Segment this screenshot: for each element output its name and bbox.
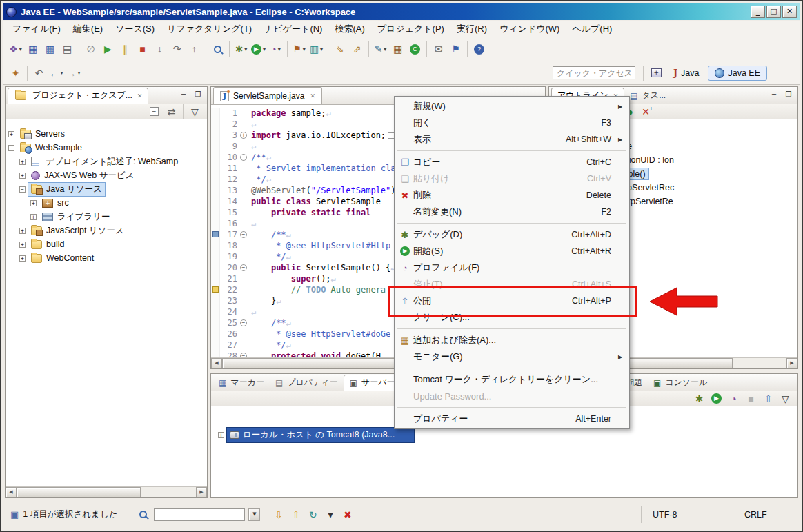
- menu-item[interactable]: ソース(S): [109, 21, 161, 37]
- expand-icon[interactable]: +: [19, 159, 26, 165]
- tab-console[interactable]: ▣コンソール: [648, 375, 713, 391]
- link-editor-icon[interactable]: ⇄: [163, 104, 179, 120]
- scroll-right-icon[interactable]: ▶: [196, 487, 207, 497]
- server-item-tomcat8[interactable]: + ローカル・ホスト の Tomcat8 (Java8...: [218, 428, 797, 442]
- new-servlet-icon[interactable]: ✎▾: [373, 41, 388, 57]
- menu-item[interactable]: リファクタリング(T): [161, 21, 258, 37]
- import-icon[interactable]: ⇘: [332, 41, 348, 57]
- start-server-icon[interactable]: ▶: [708, 391, 724, 407]
- expand-icon[interactable]: +: [218, 432, 224, 438]
- remove-icon[interactable]: ✖: [339, 506, 355, 523]
- tree-item[interactable]: +JAX-WS Web サービス: [6, 168, 207, 182]
- fold-collapse-icon[interactable]: −: [240, 353, 247, 357]
- context-menu-item[interactable]: ◔プロファイル(F): [395, 259, 628, 276]
- export-icon[interactable]: ⇗: [349, 41, 365, 57]
- save-icon[interactable]: ▦: [25, 41, 41, 57]
- menu-item[interactable]: ウィンドウ(W): [493, 21, 566, 37]
- view-menu-icon[interactable]: ▽: [187, 104, 203, 120]
- tab-servers[interactable]: ▣サーバー: [344, 375, 402, 391]
- scroll-left-icon[interactable]: ◀: [6, 487, 17, 497]
- tree-item[interactable]: +src: [6, 196, 207, 210]
- tree-item[interactable]: +build: [6, 237, 207, 251]
- help-icon[interactable]: ?: [471, 41, 487, 57]
- tab-servletsample-java[interactable]: J ServletSample.java ✕: [213, 87, 322, 104]
- tree-item[interactable]: +Servers: [6, 127, 207, 141]
- collapse-icon[interactable]: −: [8, 145, 14, 151]
- close-tab-icon[interactable]: ✕: [310, 92, 315, 99]
- data-source-icon[interactable]: ▥▾: [308, 41, 324, 57]
- next-annotation-icon[interactable]: ⇩: [270, 506, 286, 523]
- debug-icon[interactable]: ✱▾: [233, 41, 249, 57]
- tree-item[interactable]: −WebSample: [6, 141, 207, 155]
- fold-collapse-icon[interactable]: −: [240, 264, 247, 271]
- step-return-icon[interactable]: ↑: [186, 41, 202, 57]
- context-menu-item[interactable]: ✱デバッグ(D)Ctrl+Alt+D: [395, 226, 628, 243]
- hide-local-types-icon[interactable]: ✕L: [640, 104, 655, 120]
- context-menu-item[interactable]: 名前変更(N)F2: [395, 204, 628, 220]
- view-menu-icon[interactable]: ▽: [777, 391, 793, 407]
- fold-collapse-icon[interactable]: −: [240, 154, 247, 161]
- menu-item[interactable]: プロジェクト(P): [371, 21, 450, 37]
- terminate-icon[interactable]: ■: [135, 41, 150, 57]
- skip-breakpoints-icon[interactable]: ∅: [83, 41, 99, 57]
- close-tab-icon[interactable]: ✕: [137, 92, 143, 99]
- bookmark-icon[interactable]: ⚑: [448, 41, 464, 57]
- scroll-left-icon[interactable]: ◀: [211, 358, 222, 368]
- project-tree[interactable]: +Servers−WebSample+デプロイメント記述子: WebSamp+J…: [6, 120, 207, 486]
- open-perspective-icon[interactable]: +: [651, 68, 662, 77]
- new-class-icon[interactable]: C: [407, 41, 423, 57]
- minimize-view-icon[interactable]: ─: [768, 90, 780, 101]
- step-into-icon[interactable]: ↓: [152, 41, 168, 57]
- context-menu-item[interactable]: Tomcat ワーク・ディレクトリーをクリーン...: [395, 371, 628, 388]
- quick-access-input[interactable]: [553, 66, 635, 79]
- expand-icon[interactable]: +: [19, 228, 26, 234]
- scrollbar-thumb[interactable]: [17, 487, 141, 497]
- fold-collapse-icon[interactable]: −: [240, 319, 247, 326]
- tree-item[interactable]: +デプロイメント記述子: WebSamp: [6, 155, 207, 168]
- perspective-button-java-ee[interactable]: Java EE: [708, 66, 767, 81]
- tab-properties[interactable]: ▤プロパティー: [270, 375, 344, 391]
- dropdown-arrow-icon[interactable]: ▾: [322, 506, 338, 523]
- resume-icon[interactable]: ▶: [100, 41, 116, 57]
- collapse-icon[interactable]: −: [19, 186, 26, 193]
- menu-item[interactable]: 実行(R): [450, 21, 493, 37]
- new-wizard-icon[interactable]: ❖▾: [8, 41, 23, 57]
- context-menu-item[interactable]: ✖削除Delete: [395, 187, 628, 204]
- search-icon[interactable]: [210, 41, 226, 57]
- horizontal-scrollbar[interactable]: ◀ ▶: [6, 486, 207, 497]
- tab-markers[interactable]: ▦マーカー: [213, 375, 270, 391]
- stop-server-icon[interactable]: ■: [743, 391, 759, 407]
- scroll-right-icon[interactable]: ▶: [786, 358, 797, 368]
- java-ee-wizard-icon[interactable]: ✦: [8, 65, 23, 81]
- save-all-icon[interactable]: ▩: [42, 41, 58, 57]
- context-menu-item[interactable]: プロパティーAlt+Enter: [395, 411, 628, 427]
- expand-icon[interactable]: +: [19, 255, 26, 262]
- profile-icon[interactable]: ◔▾: [268, 41, 284, 57]
- publish-server-icon[interactable]: ⇧: [760, 391, 776, 407]
- context-menu-item[interactable]: ▶開始(S)Ctrl+Alt+R: [395, 243, 628, 259]
- collapse-all-icon[interactable]: −: [146, 104, 162, 120]
- line-ending-indicator[interactable]: CRLF: [744, 510, 793, 520]
- maximize-view-icon[interactable]: ❐: [192, 90, 204, 101]
- step-over-icon[interactable]: ↷: [169, 41, 185, 57]
- maximize-view-icon[interactable]: ❐: [782, 90, 795, 101]
- forward-icon[interactable]: →▾: [66, 65, 81, 81]
- search-dropdown-button[interactable]: ▼: [248, 508, 260, 521]
- maximize-window-button[interactable]: □: [766, 6, 781, 18]
- suspend-icon[interactable]: ∥: [117, 41, 133, 57]
- expand-icon[interactable]: +: [30, 214, 37, 220]
- last-edit-location-icon[interactable]: ↶: [31, 65, 47, 81]
- menu-item[interactable]: 編集(E): [67, 21, 109, 37]
- menu-item[interactable]: ファイル(F): [6, 21, 67, 37]
- encoding-indicator[interactable]: UTF-8: [653, 510, 722, 520]
- minimize-window-button[interactable]: _: [751, 6, 765, 18]
- context-menu-item[interactable]: ▦追加および除去(A)...: [395, 332, 628, 348]
- expand-icon[interactable]: +: [19, 242, 26, 248]
- menu-item[interactable]: 検索(A): [328, 21, 370, 37]
- tab-project-explorer[interactable]: プロジェクト・エクスプ... ✕: [8, 88, 148, 104]
- minimize-view-icon[interactable]: ─: [177, 90, 190, 101]
- fold-collapse-icon[interactable]: −: [240, 231, 247, 238]
- debug-server-icon[interactable]: ✱: [691, 391, 707, 407]
- menu-item[interactable]: ヘルプ(H): [566, 21, 618, 37]
- context-menu-item[interactable]: 開くF3: [395, 115, 628, 131]
